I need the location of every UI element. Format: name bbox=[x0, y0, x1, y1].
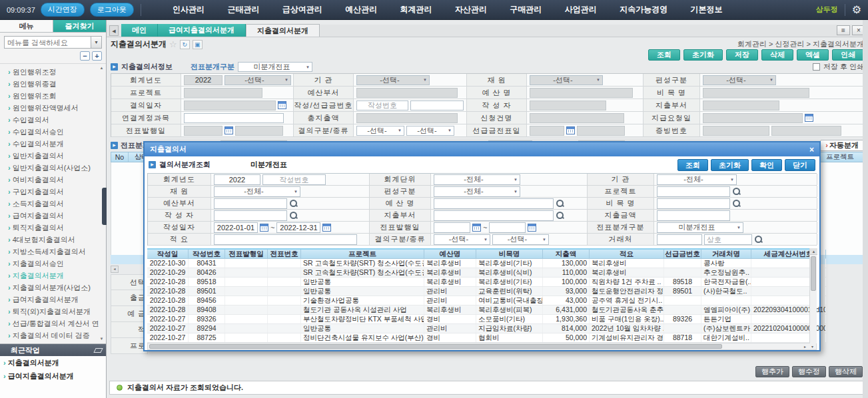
dialog-button[interactable]: 초기화 bbox=[711, 159, 749, 171]
select-dropdown[interactable]: -선택-▼ bbox=[492, 234, 549, 245]
search-icon[interactable] bbox=[556, 199, 564, 208]
window-tab[interactable]: 지출결의서분개 bbox=[246, 24, 320, 37]
calendar-icon[interactable] bbox=[278, 101, 286, 109]
horizontal-scrollbar[interactable]: ▸ ▾ bbox=[147, 343, 817, 350]
sidebar-item[interactable]: ›퇴직(외)지출결의서분개 bbox=[8, 305, 106, 317]
scroll-right-icon[interactable]: ▸ bbox=[801, 344, 809, 349]
action-button[interactable]: 초기화 bbox=[683, 49, 723, 61]
search-icon[interactable] bbox=[754, 235, 763, 244]
table-row[interactable]: 2022-10-2980426SR 고속철도차량(SRT) 청소사업(수도권)복… bbox=[147, 268, 817, 278]
table-column-header[interactable]: 적요 bbox=[590, 250, 664, 258]
action-button[interactable]: 조회 bbox=[648, 49, 680, 61]
window-tab[interactable]: 급여지출결의서분개 bbox=[158, 24, 246, 37]
table-column-header[interactable]: 작성번호 bbox=[189, 250, 225, 258]
collapse-all-button[interactable]: − bbox=[80, 51, 90, 61]
close-icon[interactable]: × bbox=[809, 145, 814, 154]
sidebar-item[interactable]: ›수입결의서분개 bbox=[8, 138, 106, 150]
extend-session-button[interactable]: 시간연장 bbox=[41, 3, 85, 17]
top-menu-item[interactable]: 자산관리 bbox=[455, 4, 487, 15]
table-column-header[interactable]: 거래처명 bbox=[701, 250, 751, 258]
sidebar-item[interactable]: ›퇴직지출결의서 bbox=[8, 222, 106, 234]
search-icon[interactable] bbox=[289, 211, 298, 220]
print-after-save-checkbox[interactable] bbox=[813, 63, 820, 71]
row-button[interactable]: 행추가 bbox=[755, 366, 789, 377]
dialog-button[interactable]: 조회 bbox=[677, 159, 708, 171]
top-menu-item[interactable]: 기본정보 bbox=[691, 4, 723, 15]
select-dropdown[interactable]: 미분개전표▼ bbox=[657, 222, 743, 233]
scroll-up-icon[interactable]: ▲ bbox=[810, 248, 817, 255]
tab-menu[interactable]: 메뉴 bbox=[0, 20, 53, 32]
sidebar-item[interactable]: ›4대보험지출결의서 bbox=[8, 234, 106, 246]
search-icon[interactable] bbox=[732, 187, 741, 196]
top-menu-item[interactable]: 구매관리 bbox=[510, 4, 542, 15]
table-column-header[interactable]: 전표발행일 bbox=[225, 250, 268, 258]
dialog-button[interactable]: 확인 bbox=[751, 159, 782, 171]
sidebar-item[interactable]: ›소득지출결의서 bbox=[8, 198, 106, 210]
text-field[interactable] bbox=[214, 174, 260, 185]
action-button[interactable]: 인쇄 bbox=[832, 49, 864, 61]
table-row[interactable]: 2022-10-2789326부산철도차량정비단 KTX 부품세척 사업경비소모… bbox=[147, 315, 817, 324]
table-column-header[interactable]: 작성일 bbox=[147, 250, 189, 258]
auto-journalize-button[interactable]: ›자동분개 bbox=[820, 140, 864, 151]
sidebar-item[interactable]: ›여비지출결의서 bbox=[8, 174, 106, 186]
table-row[interactable]: 2022-10-2889518일반공통복리후생비복리후생비(기타)100,000… bbox=[147, 278, 817, 287]
table-column-header[interactable]: 지출액 bbox=[543, 250, 590, 258]
select-dropdown[interactable]: -전체-▼ bbox=[214, 186, 300, 197]
select-dropdown[interactable]: -선택-▼ bbox=[356, 126, 404, 136]
row-button[interactable]: 행수정 bbox=[792, 366, 826, 377]
logout-button[interactable]: 로그아웃 bbox=[90, 3, 134, 17]
select-dropdown[interactable]: -전체-▼ bbox=[657, 174, 737, 185]
sidebar-item[interactable]: ›지출결의서 데이터 검증 bbox=[8, 329, 106, 341]
search-icon[interactable] bbox=[732, 199, 741, 208]
text-field[interactable] bbox=[214, 210, 287, 221]
scroll-corner-icon[interactable]: ▾ bbox=[809, 344, 816, 349]
recent-item[interactable]: ›급여지출결의서분개 bbox=[0, 369, 106, 383]
tab-favorites[interactable]: 즐겨찾기 bbox=[53, 20, 106, 32]
table-row[interactable]: 2022-10-2889501일반공통관리비교육훈련비(위탁)93,000철도운… bbox=[147, 287, 817, 296]
table-column-header[interactable]: 예산명 bbox=[424, 250, 476, 258]
vertical-scrollbar[interactable]: ▲ bbox=[809, 248, 817, 343]
sidebar-item[interactable]: ›지출결의서분개 bbox=[8, 270, 106, 282]
top-menu-item[interactable]: 예산관리 bbox=[345, 4, 377, 15]
scrollbar-thumb[interactable] bbox=[811, 256, 816, 291]
table-row[interactable]: 2022-10-2789294일반공통관리비지급임차료(차량)814,00020… bbox=[147, 324, 817, 333]
text-field[interactable] bbox=[356, 100, 408, 110]
select-dropdown[interactable]: -선택-▼ bbox=[434, 234, 490, 245]
text-field[interactable] bbox=[214, 222, 258, 233]
sidebar-item[interactable]: ›원인행위잔액명세서 bbox=[8, 102, 106, 114]
tab-scroll-left-button[interactable]: ◀ bbox=[109, 25, 119, 36]
action-button[interactable]: 삭제 bbox=[761, 49, 793, 61]
select-dropdown[interactable]: -선택-▼ bbox=[224, 75, 291, 85]
text-field[interactable] bbox=[276, 222, 320, 233]
text-field[interactable] bbox=[184, 113, 284, 123]
calendar-icon[interactable] bbox=[322, 224, 331, 232]
sidebar-item[interactable]: ›지출결의서승인 bbox=[8, 258, 106, 270]
sidebar-item[interactable]: ›지방소득세지출결의서 bbox=[8, 246, 106, 258]
refresh-icon[interactable]: ↻ bbox=[180, 40, 190, 49]
sidebar-item[interactable]: ›원인행위조정 bbox=[8, 66, 106, 78]
scroll-up-icon[interactable]: ▲ bbox=[99, 65, 105, 71]
sidebar-item[interactable]: ›수입결의서승인 bbox=[8, 126, 106, 138]
calendar-icon[interactable] bbox=[472, 224, 481, 232]
top-menu-item[interactable]: 근태관리 bbox=[227, 4, 259, 15]
table-row[interactable]: 2022-10-2889408철도기관 공동사옥 시설관리 사업복리후생비복리후… bbox=[147, 305, 817, 315]
calendar-icon[interactable] bbox=[566, 126, 575, 134]
action-button[interactable]: 저장 bbox=[726, 49, 758, 61]
table-row[interactable]: 2022-10-2889456기술환경사업공통관리비여비교통비(국내출장)43,… bbox=[147, 296, 817, 305]
sidebar-item[interactable]: ›지출분개 데이터 검증 bbox=[8, 341, 106, 343]
window-tab[interactable]: 메인 bbox=[121, 24, 158, 37]
text-field[interactable] bbox=[410, 100, 464, 110]
sidebar-item[interactable]: ›급여지출결의서 bbox=[8, 210, 106, 222]
table-row[interactable]: 2022-10-3080431SR 고속철도차량(SRT) 청소사업(수도권)복… bbox=[147, 259, 817, 268]
dialog-titlebar[interactable]: 지출결의서 × bbox=[145, 142, 819, 156]
text-field[interactable] bbox=[657, 210, 730, 221]
scrollbar-thumb[interactable] bbox=[149, 344, 722, 349]
sidebar-item[interactable]: ›일반지출결의서 bbox=[8, 150, 106, 162]
sidebar-item[interactable]: ›원인행위조회 bbox=[8, 90, 106, 102]
sidebar-item[interactable]: ›수입결의서 bbox=[8, 114, 106, 126]
gear-icon[interactable]: ⚙ bbox=[852, 3, 861, 16]
select-dropdown[interactable]: -선택-▼ bbox=[356, 75, 430, 85]
select-dropdown[interactable]: -선택-▼ bbox=[703, 75, 776, 85]
dialog-button[interactable]: 닫기 bbox=[785, 159, 815, 171]
menu-search-input[interactable] bbox=[5, 37, 91, 48]
